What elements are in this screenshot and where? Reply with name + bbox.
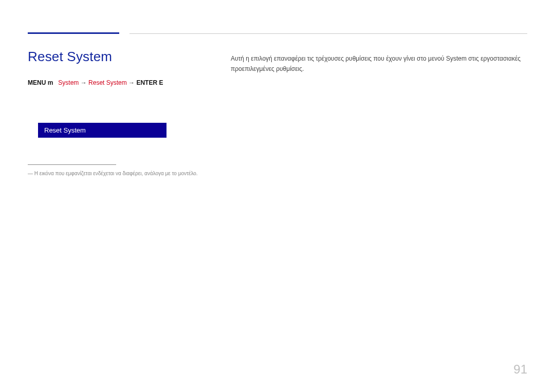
- footnote-text: Η εικόνα που εμφανίζεται ενδέχεται να δι…: [34, 171, 198, 176]
- arrow-icon: →: [81, 79, 87, 86]
- menu-item-reset-system[interactable]: Reset System: [38, 123, 166, 138]
- page-number: 91: [513, 362, 527, 377]
- footnote-dash: ―: [28, 171, 33, 176]
- breadcrumb-reset-system: Reset System: [88, 79, 127, 86]
- description-text: Αυτή η επιλογή επαναφέρει τις τρέχουσες …: [231, 49, 527, 74]
- left-column: Reset System MENU m System → Reset Syste…: [28, 49, 231, 177]
- arrow-icon: →: [128, 79, 135, 86]
- breadcrumb-system: System: [58, 79, 79, 86]
- footnote: ― Η εικόνα που εμφανίζεται ενδέχεται να …: [28, 170, 220, 177]
- right-column: Αυτή η επιλογή επαναφέρει τις τρέχουσες …: [231, 49, 527, 177]
- breadcrumb: MENU m System → Reset System → ENTER E: [28, 79, 220, 87]
- footnote-rule: [28, 164, 116, 165]
- breadcrumb-menu: MENU m: [28, 79, 53, 86]
- breadcrumb-enter: ENTER E: [136, 79, 163, 86]
- section-title: Reset System: [28, 49, 220, 64]
- header-rule: [130, 33, 527, 34]
- header-accent-bar: [28, 32, 119, 34]
